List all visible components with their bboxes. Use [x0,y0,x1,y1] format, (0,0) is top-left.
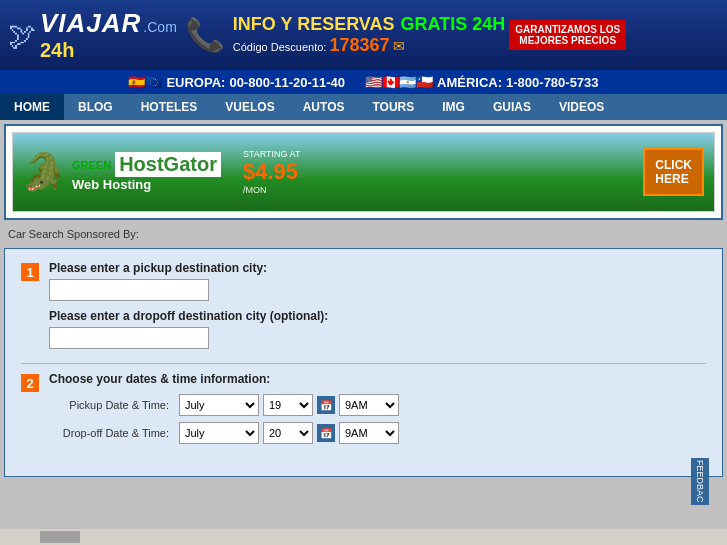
eu-phone-number: 00-800-11-20-11-40 [229,75,345,90]
pickup-date-row: Pickup Date & Time: July JanuaryFebruary… [49,394,706,416]
pickup-label: Please enter a pickup destination city: [49,261,706,275]
dropoff-day-select[interactable]: 20 12345 678910 1112131415 1617181921 [263,422,313,444]
bird-icon: 🕊 [8,19,36,52]
dropoff-month-select[interactable]: July JanuaryFebruaryMarch AprilMayJune A… [179,422,259,444]
separator [21,363,706,364]
garantizamos: GARANTIZAMOS LOS MEJORES PRECIOS [509,20,626,50]
dropoff-input[interactable] [49,327,209,349]
eu-phone: 🇪🇸🇪🇺 EUROPA: 00-800-11-20-11-40 [128,74,345,90]
logo-area: 🕊 VIAJAR .Com 24h [8,8,177,62]
hg-per-mon: /MON [243,185,301,195]
pickup-month-select[interactable]: July JanuaryFebruaryMarch AprilMayJune A… [179,394,259,416]
am-phone: 🇺🇸🇨🇦🇦🇷🇨🇱 AMÉRICA: 1-800-780-5733 [365,74,599,90]
pickup-input[interactable] [49,279,209,301]
am-phone-label: AMÉRICA: [437,75,502,90]
step-2-number: 2 [21,374,39,392]
step-2: 2 Choose your dates & time information: … [21,372,706,450]
nav-videos[interactable]: VIDEOS [545,94,618,120]
gratis-label: GRATIS 24H [401,14,506,35]
hg-price: $4.95 [243,159,301,185]
dropoff-calendar-icon[interactable]: 📅 [317,424,335,442]
feedback-tab[interactable]: FEEDBAC [691,458,709,481]
nav-guias[interactable]: GUIAS [479,94,545,120]
info-title: INFO Y RESERVAS [233,14,395,35]
car-search-sponsored: Car Search Sponsored By: [0,224,727,244]
nav-blog[interactable]: BLOG [64,94,127,120]
pickup-datetime-label: Pickup Date & Time: [49,399,169,411]
dates-label: Choose your dates & time information: [49,372,706,386]
header-phones: 🇪🇸🇪🇺 EUROPA: 00-800-11-20-11-40 🇺🇸🇨🇦🇦🇷🇨🇱… [0,70,727,94]
header-top: 🕊 VIAJAR .Com 24h 📞 INFO Y RESERVAS GRAT… [0,0,727,70]
email-icon: ✉ [393,38,405,54]
step-1: 1 Please enter a pickup destination city… [21,261,706,349]
nav-home[interactable]: HOME [0,94,64,120]
logo-24h: 24h [40,39,74,61]
gator-icon: 🐊 [21,151,66,193]
codigo: Código Descuento: 178367 ✉ [233,35,505,56]
search-form-container: 1 Please enter a pickup destination city… [4,248,723,477]
hg-click-here[interactable]: CLICK HERE [643,148,704,196]
pickup-calendar-icon[interactable]: 📅 [317,396,335,414]
am-phone-number: 1-800-780-5733 [506,75,599,90]
nav-img[interactable]: IMG [428,94,479,120]
logo-com: .Com [143,19,176,35]
nav-hoteles[interactable]: HOTELES [127,94,212,120]
hg-logo-text: HostGator [115,152,221,177]
hg-left: 🐊 GREEN HostGator Web Hosting STARTING A… [21,149,300,195]
logo-viajar: VIAJAR [40,8,141,39]
nav-vuelos[interactable]: VUELOS [211,94,288,120]
codigo-num: 178367 [329,35,389,55]
hg-pricing: STARTING AT $4.95 /MON [243,149,301,195]
hostgator-banner[interactable]: 🐊 GREEN HostGator Web Hosting STARTING A… [12,132,715,212]
dropoff-time-select[interactable]: 9AM 12AM1AM2AM3AM 4AM5AM6AM7AM 8AM10AM11… [339,422,399,444]
pickup-day-select[interactable]: 19 12345 678910 1112131415 1617182021 [263,394,313,416]
dropoff-date-row: Drop-off Date & Time: July JanuaryFebrua… [49,422,706,444]
dropoff-datetime-label: Drop-off Date & Time: [49,427,169,439]
phone-icon: 📞 [185,16,225,54]
eu-flags: 🇪🇸🇪🇺 [128,74,162,90]
step-2-content: Choose your dates & time information: Pi… [49,372,706,450]
dropoff-label: Please enter a dropoff destination city … [49,309,706,323]
nav-autos[interactable]: AUTOS [289,94,359,120]
eu-phone-label: EUROPA: [166,75,225,90]
info-reservas: INFO Y RESERVAS GRATIS 24H Código Descue… [233,14,505,56]
nav-tours[interactable]: TOURS [358,94,428,120]
pickup-time-select[interactable]: 9AM 12AM1AM2AM3AM 4AM5AM6AM7AM 8AM10AM11… [339,394,399,416]
banner-area: 🐊 GREEN HostGator Web Hosting STARTING A… [4,124,723,220]
hg-starting-at: STARTING AT [243,149,301,159]
step-1-content: Please enter a pickup destination city: … [49,261,706,349]
am-flags: 🇺🇸🇨🇦🇦🇷🇨🇱 [365,74,433,90]
header: 🕊 VIAJAR .Com 24h 📞 INFO Y RESERVAS GRAT… [0,0,727,94]
step-1-number: 1 [21,263,39,281]
hg-green-label: GREEN [72,159,111,171]
main-nav: HOME BLOG HOTELES VUELOS AUTOS TOURS IMG… [0,94,727,120]
hg-web-hosting: Web Hosting [72,177,221,192]
hg-text: GREEN HostGator Web Hosting [72,152,221,192]
